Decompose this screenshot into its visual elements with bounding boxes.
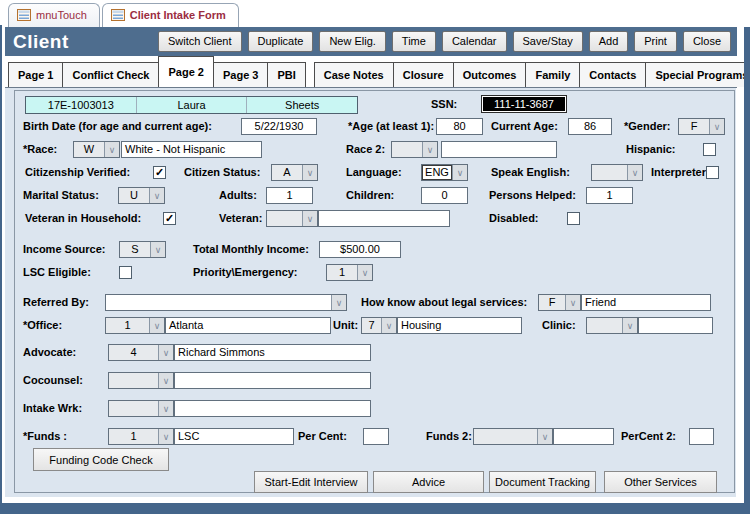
document-tracking-button[interactable]: Document Tracking <box>489 471 596 493</box>
veteran-in-household-label: Veteran in Household: <box>25 212 141 224</box>
cocounsel-combo[interactable]: ∨ <box>108 372 174 389</box>
citizenship-verified-checkbox[interactable] <box>153 166 166 179</box>
intake-wrk-combo[interactable]: ∨ <box>108 400 174 417</box>
race2-desc-field[interactable] <box>441 141 557 158</box>
start-edit-interview-button[interactable]: Start-Edit Interview <box>254 471 368 493</box>
race2-combo[interactable]: ∨ <box>391 141 438 158</box>
clinic-desc-field[interactable] <box>638 317 713 334</box>
switch-client-button[interactable]: Switch Client <box>158 31 242 52</box>
unit-label: Unit: <box>333 319 358 331</box>
first-name-field[interactable]: Laura <box>137 97 247 113</box>
client-id-field[interactable]: 17E-1003013 <box>26 97 136 113</box>
doc-tab-label: mnuTouch <box>36 9 87 21</box>
clinic-label: Clinic: <box>542 319 576 331</box>
dropdown-arrow-icon: ∨ <box>149 188 164 203</box>
tab-closure[interactable]: Closure <box>393 62 454 87</box>
dropdown-arrow-icon: ∨ <box>302 211 317 226</box>
per-cent-label: Per Cent: <box>298 430 347 442</box>
how-know-combo[interactable]: F∨ <box>538 294 581 311</box>
how-know-desc-field[interactable]: Friend <box>581 294 711 311</box>
office-combo[interactable]: 1∨ <box>105 317 165 334</box>
tab-case-notes[interactable]: Case Notes <box>314 62 394 87</box>
intake-wrk-desc-field[interactable] <box>174 400 371 417</box>
save-stay-button[interactable]: Save/Stay <box>513 31 583 52</box>
persons-helped-field[interactable]: 1 <box>586 187 633 204</box>
tab-special-programs[interactable]: Special Programs <box>645 62 750 87</box>
tab-outcomes[interactable]: Outcomes <box>453 62 527 87</box>
speak-english-label: Speak English: <box>491 166 570 178</box>
doc-tab-mnutouch[interactable]: mnuTouch <box>8 3 100 27</box>
other-services-button[interactable]: Other Services <box>604 471 717 493</box>
dropdown-arrow-icon: ∨ <box>158 345 173 360</box>
clinic-combo[interactable]: ∨ <box>586 317 638 334</box>
last-name-field[interactable]: Sheets <box>247 97 357 113</box>
race-combo[interactable]: W∨ <box>73 141 120 158</box>
marital-status-combo[interactable]: U∨ <box>118 187 165 204</box>
time-button[interactable]: Time <box>392 31 436 52</box>
ssn-value: 111-11-3687 <box>483 97 565 111</box>
dropdown-arrow-icon: ∨ <box>104 142 119 157</box>
dropdown-arrow-icon: ∨ <box>158 401 173 416</box>
advocate-combo[interactable]: 4∨ <box>108 344 174 361</box>
tab-page-1[interactable]: Page 1 <box>8 62 63 87</box>
speak-english-combo[interactable]: ∨ <box>591 164 643 181</box>
cocounsel-desc-field[interactable] <box>174 372 371 389</box>
close-button[interactable]: Close <box>683 31 731 52</box>
window-frame-right <box>744 27 750 514</box>
funding-code-check-button[interactable]: Funding Code Check <box>33 448 169 471</box>
tab-family[interactable]: Family <box>525 62 580 87</box>
dropdown-arrow-icon: ∨ <box>158 373 173 388</box>
calendar-button[interactable]: Calendar <box>442 31 507 52</box>
citizen-status-combo[interactable]: A∨ <box>271 164 318 181</box>
referred-by-combo[interactable]: ∨ <box>105 294 347 311</box>
advice-button[interactable]: Advice <box>373 471 484 493</box>
per-cent-field[interactable] <box>363 428 389 445</box>
tab-pbi[interactable]: PBI <box>267 62 305 87</box>
age-field[interactable]: 80 <box>436 118 483 135</box>
new-elig-button[interactable]: New Elig. <box>319 31 385 52</box>
race2-label: Race 2: <box>346 143 385 155</box>
funds-combo[interactable]: 1∨ <box>108 428 174 445</box>
children-field[interactable]: 0 <box>421 187 468 204</box>
funds-desc-field[interactable]: LSC <box>174 428 294 445</box>
unit-combo[interactable]: 7∨ <box>361 317 397 334</box>
document-tab-strip: mnuTouch Client Intake Form <box>3 0 744 27</box>
veteran-combo[interactable]: ∨ <box>266 210 318 227</box>
cocounsel-label: Cocounsel: <box>23 374 83 386</box>
interpreter-checkbox[interactable] <box>706 166 719 179</box>
unit-desc-field[interactable]: Housing <box>397 317 522 334</box>
funds2-combo[interactable]: ∨ <box>473 428 553 445</box>
adults-field[interactable]: 1 <box>266 187 313 204</box>
doc-tab-client-intake-form[interactable]: Client Intake Form <box>102 3 239 27</box>
veteran-desc-field[interactable] <box>318 210 450 227</box>
lsc-eligible-checkbox[interactable] <box>119 266 132 279</box>
dropdown-arrow-icon: ∨ <box>331 295 346 310</box>
priority-emergency-combo[interactable]: 1∨ <box>326 264 373 281</box>
tab-page-3[interactable]: Page 3 <box>213 62 268 87</box>
ssn-field[interactable]: 111-11-3687 <box>481 95 567 113</box>
total-monthly-income-field[interactable]: $500.00 <box>319 241 401 258</box>
percent2-field[interactable] <box>689 428 714 445</box>
current-age-field[interactable]: 86 <box>568 118 612 135</box>
disabled-checkbox[interactable] <box>567 212 580 225</box>
titlebar-buttons: Switch Client Duplicate New Elig. Time C… <box>158 31 731 52</box>
funds2-desc-field[interactable] <box>553 428 614 445</box>
income-source-combo[interactable]: S∨ <box>119 241 166 258</box>
duplicate-button[interactable]: Duplicate <box>248 31 314 52</box>
tab-conflict-check[interactable]: Conflict Check <box>62 62 159 87</box>
veteran-in-household-checkbox[interactable] <box>163 212 176 225</box>
birth-date-field[interactable]: 5/22/1930 <box>241 118 317 135</box>
hispanic-checkbox[interactable] <box>703 143 716 156</box>
language-combo[interactable]: ENG∨ <box>421 164 468 181</box>
add-button[interactable]: Add <box>589 31 629 52</box>
doc-tab-label: Client Intake Form <box>130 9 226 21</box>
veteran-label: Veteran: <box>219 212 262 224</box>
gender-combo[interactable]: F∨ <box>678 118 725 135</box>
office-desc-field[interactable]: Atlanta <box>165 317 331 334</box>
page-tab-strip: Page 1 Conflict Check Page 2 Page 3 PBI … <box>5 56 737 88</box>
advocate-desc-field[interactable]: Richard Simmons <box>174 344 371 361</box>
tab-page-2[interactable]: Page 2 <box>158 56 213 87</box>
print-button[interactable]: Print <box>634 31 677 52</box>
tab-contacts[interactable]: Contacts <box>579 62 646 87</box>
race-desc-field[interactable]: White - Not Hispanic <box>121 141 262 158</box>
